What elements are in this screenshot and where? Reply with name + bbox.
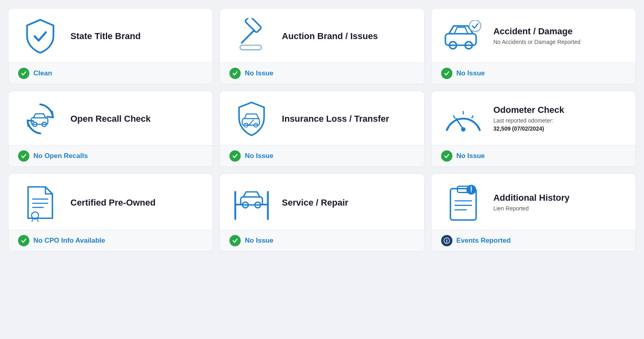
card-subtitle: Lien Reported <box>493 205 570 213</box>
card-title: Additional History <box>493 193 570 203</box>
card-open-recall: Open Recall Check No Open Recalls <box>8 91 213 167</box>
car-check-icon <box>441 20 485 52</box>
card-text: Accident / Damage No Accidents or Damage… <box>493 26 580 46</box>
card-title: Auction Brand / Issues <box>282 31 378 42</box>
card-title: Accident / Damage <box>493 26 580 37</box>
svg-rect-30 <box>241 197 262 205</box>
status-label: No Issue <box>245 237 273 245</box>
certificate-icon <box>18 183 62 222</box>
card-footer: No Open Recalls <box>8 145 213 166</box>
status-label: No Issue <box>456 152 485 160</box>
shield-car-icon <box>229 101 274 137</box>
card-additional-history: Additional History Lien Reported Events … <box>431 173 636 252</box>
card-accident-damage: Accident / Damage No Accidents or Damage… <box>431 8 636 84</box>
card-top: Open Recall Check <box>8 91 213 145</box>
card-top: Accident / Damage No Accidents or Damage… <box>431 8 636 62</box>
card-title: State Title Brand <box>70 31 140 42</box>
status-icon-green <box>229 150 241 162</box>
clipboard-exclaim-icon <box>441 183 485 222</box>
card-certified-pre-owned: Certified Pre-Owned No CPO Info Availabl… <box>8 173 213 252</box>
svg-point-19 <box>461 127 465 131</box>
card-title: Odometer Check <box>493 105 564 115</box>
speedometer-icon <box>441 104 485 134</box>
card-top: Odometer Check Last reported odometer:32… <box>431 91 636 145</box>
svg-line-24 <box>31 219 33 222</box>
status-label: No CPO Info Available <box>33 237 105 245</box>
status-icon-green <box>441 68 452 79</box>
card-text: Open Recall Check <box>70 114 151 124</box>
card-top: Insurance Loss / Transfer <box>220 91 424 145</box>
status-label: No Issue <box>456 69 485 77</box>
card-footer: No CPO Info Available <box>8 230 213 251</box>
card-text: State Title Brand <box>70 31 140 42</box>
card-subtitle: No Accidents or Damage Reported <box>493 38 580 46</box>
card-title: Insurance Loss / Transfer <box>282 114 389 124</box>
status-icon-green <box>229 68 241 79</box>
card-title: Certified Pre-Owned <box>70 198 155 208</box>
card-top: Auction Brand / Issues <box>220 8 424 62</box>
status-icon-green <box>441 150 452 162</box>
shield-check-icon <box>18 18 62 54</box>
svg-point-43 <box>446 242 447 243</box>
status-icon-green <box>229 235 241 246</box>
status-icon-green <box>18 235 29 246</box>
svg-line-16 <box>472 115 473 118</box>
svg-point-40 <box>471 191 472 192</box>
card-footer: Clean <box>8 62 213 84</box>
card-footer: No Issue <box>431 62 636 84</box>
status-icon-info <box>441 235 452 246</box>
card-footer: No Issue <box>220 62 424 84</box>
svg-line-14 <box>453 115 455 118</box>
card-top: Service / Repair <box>220 174 424 230</box>
card-top: Additional History Lien Reported <box>431 174 636 230</box>
card-top: Certified Pre-Owned <box>8 174 213 230</box>
card-grid: State Title Brand Clean <box>8 8 636 252</box>
status-icon-green <box>18 150 29 162</box>
svg-line-25 <box>37 219 38 222</box>
card-text: Service / Repair <box>282 198 348 208</box>
car-refresh-icon <box>18 101 62 137</box>
svg-rect-10 <box>242 119 260 125</box>
svg-point-6 <box>469 20 481 31</box>
status-label: Clean <box>33 69 52 77</box>
car-lift-icon <box>229 185 274 221</box>
card-footer: Events Reported <box>431 230 636 251</box>
card-state-title-brand: State Title Brand Clean <box>8 8 213 84</box>
card-title: Service / Repair <box>282 198 348 208</box>
card-insurance-loss: Insurance Loss / Transfer No Issue <box>219 91 424 167</box>
card-text: Odometer Check Last reported odometer:32… <box>493 105 564 133</box>
card-title: Open Recall Check <box>70 114 151 124</box>
card-subtitle-bold: 32,509 (07/02/2024) <box>493 125 544 132</box>
card-odometer-check: Odometer Check Last reported odometer:32… <box>431 91 636 167</box>
gavel-icon <box>229 18 274 54</box>
card-service-repair: Service / Repair No Issue <box>219 173 424 252</box>
card-footer: No Issue <box>431 145 636 166</box>
card-text: Insurance Loss / Transfer <box>282 114 389 124</box>
card-subtitle-plain: Last reported odometer:32,509 (07/02/202… <box>493 117 564 133</box>
card-text: Auction Brand / Issues <box>282 31 378 42</box>
card-top: State Title Brand <box>8 8 213 62</box>
svg-rect-2 <box>240 45 262 50</box>
status-icon-green <box>18 68 29 79</box>
status-label: Events Reported <box>456 237 511 245</box>
status-label: No Issue <box>245 152 273 160</box>
card-auction-brand: Auction Brand / Issues No Issue <box>219 8 424 84</box>
svg-line-1 <box>242 30 254 43</box>
card-footer: No Issue <box>220 145 424 166</box>
card-text: Certified Pre-Owned <box>70 198 155 208</box>
card-text: Additional History Lien Reported <box>493 193 570 213</box>
card-footer: No Issue <box>220 230 424 251</box>
status-label: No Open Recalls <box>33 152 88 160</box>
status-label: No Issue <box>245 69 273 77</box>
